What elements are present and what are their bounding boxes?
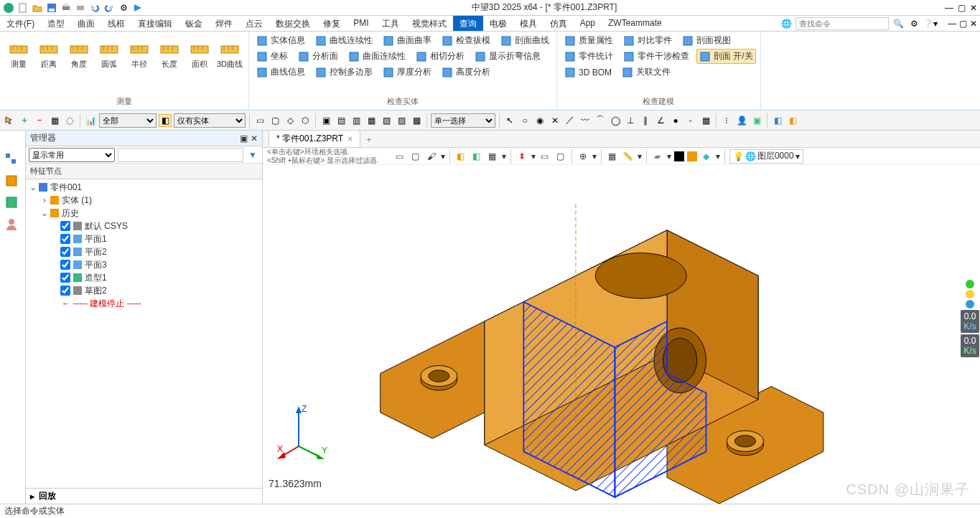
select-mode-select[interactable]: 单一选择: [431, 113, 495, 128]
ruler-icon[interactable]: 📏: [622, 150, 635, 163]
command-search-input[interactable]: [795, 17, 889, 30]
color-black-icon[interactable]: [674, 151, 684, 161]
ribbon-btn-质量属性[interactable]: 质量属性: [561, 33, 616, 48]
filter-all-select[interactable]: 全部: [99, 113, 157, 128]
tree-checkbox[interactable]: [60, 260, 70, 270]
grid-icon[interactable]: ▦: [699, 114, 712, 127]
menu-造型[interactable]: 造型: [41, 16, 71, 31]
ribbon-btn-关联文件[interactable]: 关联文件: [619, 65, 673, 80]
new-icon[interactable]: [17, 2, 29, 14]
tree-node[interactable]: ›实体 (1): [26, 194, 262, 207]
menu-模具[interactable]: 模具: [513, 16, 543, 31]
person-icon[interactable]: 👤: [735, 114, 748, 127]
menu-点云[interactable]: 点云: [239, 16, 269, 31]
print-icon[interactable]: [60, 2, 72, 14]
tool-icon[interactable]: ▣: [319, 114, 332, 127]
globe-icon[interactable]: 🌐: [780, 17, 793, 30]
display-filter-select[interactable]: 显示常用: [29, 148, 115, 162]
line-icon[interactable]: ／: [564, 114, 577, 127]
close-icon[interactable]: ✕: [970, 3, 977, 13]
cross-icon[interactable]: ✕: [549, 114, 561, 127]
box-icon[interactable]: ▣: [750, 114, 763, 127]
grid-icon[interactable]: ▦: [48, 114, 61, 127]
ribbon-btn-曲面曲率[interactable]: 曲面曲率: [380, 33, 434, 48]
save-icon[interactable]: [46, 2, 57, 14]
tree-node[interactable]: ⌄零件001: [26, 181, 262, 194]
menu-修复[interactable]: 修复: [317, 16, 347, 31]
cube-blue-icon[interactable]: ◧: [771, 114, 784, 127]
target-icon[interactable]: ⊕: [577, 150, 589, 163]
ribbon-btn-距离[interactable]: 距离: [34, 33, 63, 71]
cube-orange-icon[interactable]: ◧: [786, 114, 799, 127]
tool-icon[interactable]: ▧: [380, 114, 393, 127]
color-orange-icon[interactable]: [687, 151, 697, 161]
point-icon[interactable]: ◦: [684, 114, 697, 127]
filter-entity-select[interactable]: 仅有实体: [174, 113, 246, 128]
menu-线框[interactable]: 线框: [101, 16, 131, 31]
section-icon[interactable]: ⬍: [515, 150, 528, 163]
ribbon-btn-显示折弯信息[interactable]: 显示折弯信息: [472, 49, 543, 64]
box-orange-icon[interactable]: [4, 174, 22, 191]
menu-查询[interactable]: 查询: [453, 16, 483, 31]
ribbon-btn-测量[interactable]: 测量: [4, 33, 33, 71]
tab-add-button[interactable]: +: [360, 133, 377, 147]
circle-icon[interactable]: ◯: [609, 114, 622, 127]
ribbon-btn-曲线信息[interactable]: 曲线信息: [253, 65, 308, 80]
tab-close-icon[interactable]: ×: [347, 134, 353, 144]
ribbon-btn-角度[interactable]: 角度: [65, 33, 93, 71]
tree-node[interactable]: 草图2: [26, 284, 262, 297]
tangent-icon[interactable]: ⊥: [624, 114, 637, 127]
plus-icon[interactable]: ＋: [18, 114, 31, 127]
maximize-icon[interactable]: ▢: [958, 3, 966, 13]
tree-checkbox[interactable]: [60, 234, 70, 244]
menu-直接编辑[interactable]: 直接编辑: [131, 16, 179, 31]
canvas-3d[interactable]: Z X Y 71.3623mm CSDN @山涧果子 0.0K/s 0.0K/s: [263, 165, 980, 504]
paint-icon[interactable]: 🖌: [425, 150, 438, 163]
arc-icon[interactable]: ⌒: [594, 114, 607, 127]
tree-node[interactable]: ⌄历史: [26, 207, 262, 220]
tree-checkbox[interactable]: [60, 247, 70, 257]
ribbon-btn-剖面 开/关[interactable]: 剖面 开/关: [696, 49, 756, 64]
gear-icon[interactable]: ⚙: [907, 17, 920, 30]
close-icon[interactable]: ✕: [970, 19, 977, 29]
cube-icon[interactable]: ◧: [454, 150, 467, 163]
view-icon[interactable]: ▭: [393, 150, 406, 163]
cube-icon[interactable]: ◧: [159, 114, 172, 127]
circle-icon[interactable]: ◉: [533, 114, 546, 127]
tree-checkbox[interactable]: [60, 221, 70, 231]
menu-焊件[interactable]: 焊件: [209, 16, 239, 31]
ribbon-btn-控制多边形[interactable]: 控制多边形: [312, 65, 375, 80]
help-icon[interactable]: ❔▾: [923, 17, 936, 30]
box-green-icon[interactable]: [4, 195, 22, 212]
ribbon-btn-圆弧[interactable]: 圆弧: [95, 33, 123, 71]
minimize-icon[interactable]: —: [945, 3, 953, 13]
ribbon-btn-实体信息[interactable]: 实体信息: [253, 33, 308, 48]
ribbon-btn-长度[interactable]: 长度: [155, 33, 184, 71]
ribbon-btn-零件统计[interactable]: 零件统计: [561, 49, 616, 64]
circle-dashed-icon[interactable]: ◌: [63, 114, 76, 127]
menu-仿真[interactable]: 仿真: [543, 16, 574, 31]
tool-icon[interactable]: ▥: [350, 114, 363, 127]
menu-App[interactable]: App: [574, 16, 602, 31]
tree-node[interactable]: 平面1: [26, 232, 262, 245]
menu-ZWTeammate[interactable]: ZWTeammate: [602, 16, 668, 31]
manager-search-input[interactable]: [118, 148, 243, 162]
tool-icon[interactable]: ▩: [410, 114, 423, 127]
ribbon-btn-剖面曲线[interactable]: 剖面曲线: [498, 33, 552, 48]
pointer-icon[interactable]: [3, 114, 16, 127]
ribbon-btn-检查拔模[interactable]: 检查拔模: [439, 33, 493, 48]
tree-checkbox[interactable]: [60, 273, 70, 283]
max-icon[interactable]: ▢: [959, 19, 967, 29]
print-preview-icon[interactable]: [75, 2, 86, 14]
menu-PMI[interactable]: PMI: [347, 16, 375, 31]
view-icon[interactable]: ▢: [409, 150, 422, 163]
layer-select[interactable]: 💡 🌐 图层0000 ▾: [729, 149, 803, 164]
filter-icon[interactable]: ▼: [246, 149, 259, 161]
ribbon-btn-面积[interactable]: 面积: [185, 33, 214, 71]
ribbon-btn-半径[interactable]: 半径: [125, 33, 154, 71]
tree-checkbox[interactable]: [60, 286, 70, 296]
search-icon[interactable]: 🔍: [892, 17, 905, 30]
menu-工具[interactable]: 工具: [375, 16, 406, 31]
ribbon-btn-相切分析[interactable]: 相切分析: [413, 49, 467, 64]
tool-icon[interactable]: ▦: [365, 114, 378, 127]
